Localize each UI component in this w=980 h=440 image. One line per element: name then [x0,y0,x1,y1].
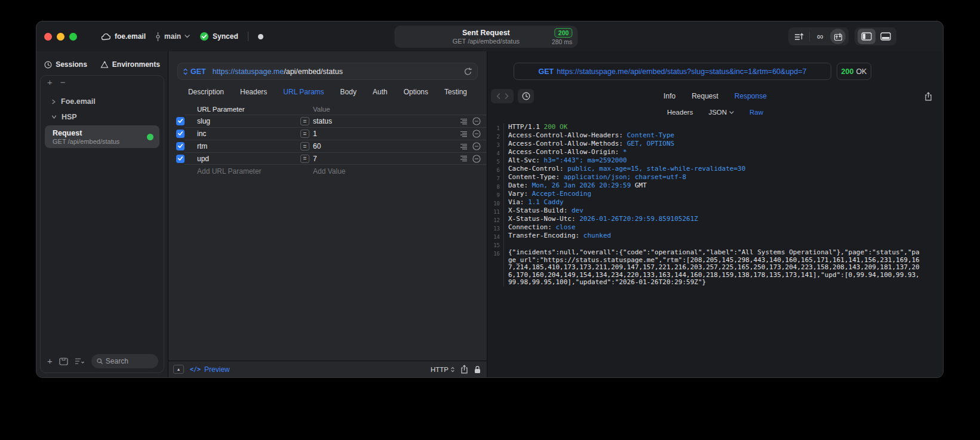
param-value[interactable]: 60 [313,142,460,150]
history-button[interactable] [518,89,534,103]
drag-handle-icon[interactable] [460,131,468,137]
tab-url-params[interactable]: URL Params [283,88,324,96]
param-checkbox[interactable] [176,155,185,163]
param-checkbox[interactable] [176,142,185,150]
tab-info[interactable]: Info [663,92,675,100]
export-lines-button[interactable] [791,29,807,44]
param-name[interactable]: upd [197,155,300,163]
param-value[interactable]: status [313,117,460,125]
bottom-panel-icon [880,32,891,41]
cloud-account[interactable]: foe.email [101,32,146,41]
sync-loop-button[interactable]: ∞ [812,29,828,44]
search-input[interactable] [106,357,153,365]
tab-environments[interactable]: Environments [100,60,160,69]
sync-status[interactable]: Synced [199,32,238,41]
request-url-bar[interactable]: GET https://statuspage.me/api/embed/stat… [177,63,478,80]
history-clock-icon [522,92,530,100]
protocol-selector[interactable]: HTTP [431,366,454,373]
request-list-item-selected[interactable]: Request GET /api/embed/status [45,125,159,148]
add-session-button[interactable]: + [47,79,53,86]
code-line: 8Date: Mon, 26 Jan 2026 20:29:59 GMT [487,182,943,190]
request-method[interactable]: GET [191,67,206,76]
back-icon[interactable] [496,93,500,99]
tab-body[interactable]: Body [340,88,357,96]
tab-headers[interactable]: Headers [240,88,267,96]
share-response-button[interactable] [924,92,932,101]
remove-param-icon[interactable] [472,142,481,150]
table-header: URL Parameter Value [168,104,487,115]
response-request-line[interactable]: GET https://statuspage.me/api/embed/stat… [514,63,831,80]
equals-icon: = [300,142,309,150]
reload-button[interactable] [464,67,472,76]
request-summary-pill[interactable]: Sent Request GET /api/embed/status 200 2… [394,26,577,48]
response-viewer: GET https://statuspage.me/api/embed/stat… [487,51,943,377]
sort-filter-icon[interactable] [75,358,85,365]
branch-selector[interactable]: main [155,32,190,41]
subtab-headers[interactable]: Headers [667,109,693,116]
tree-item-foe-email[interactable]: Foe.email [45,94,159,109]
param-row: inc = 1 [168,127,487,140]
tab-options[interactable]: Options [404,88,428,96]
param-name[interactable]: slug [197,117,300,125]
param-name[interactable]: inc [197,130,300,138]
code-icon: </> [190,366,201,373]
response-status-badge: 200 OK [837,63,871,80]
summary-title: Sent Request [453,29,520,37]
preview-button[interactable]: </> Preview [190,365,230,374]
remove-param-icon[interactable] [472,130,481,138]
remove-session-button[interactable]: − [60,79,66,86]
toggle-left-sidebar-button[interactable] [858,29,875,44]
share-request-button[interactable] [460,365,468,374]
code-line: 3Access-Control-Allow-Methods: GET, OPTI… [487,140,943,149]
sync-label: Synced [213,32,238,41]
tab-sessions[interactable]: Sessions [44,60,87,69]
param-value[interactable]: 1 [313,130,460,138]
sessions-panel: + − Foe.email [40,75,164,373]
reload-icon [464,67,472,76]
expand-console-button[interactable]: ▲ [173,365,184,374]
request-url[interactable]: https://statuspage.me/api/embed/status [213,67,343,76]
close-window-button[interactable] [44,33,52,41]
subtab-raw[interactable]: Raw [749,109,763,116]
code-line: 11X-Status-Build: dev [487,207,943,216]
tab-auth[interactable]: Auth [373,88,388,96]
code-line: 13Connection: close [487,224,943,232]
response-nav: Info Request Response [487,89,943,103]
param-checkbox[interactable] [176,130,185,138]
archive-box-icon[interactable] [59,358,68,365]
tab-request[interactable]: Request [692,92,718,100]
param-name[interactable]: rtm [197,142,300,150]
new-request-button[interactable]: + [47,358,53,365]
lock-button[interactable] [474,365,481,374]
add-value-placeholder[interactable]: Add Value [313,167,346,176]
sync-loop-icon: ∞ [817,33,824,39]
remove-param-icon[interactable] [472,155,481,163]
minimize-window-button[interactable] [57,33,64,41]
remove-param-icon[interactable] [472,117,481,125]
subtab-json[interactable]: JSON [708,109,734,116]
param-checkbox[interactable] [176,117,185,125]
drag-handle-icon[interactable] [460,155,468,162]
sidebar-search[interactable] [91,354,158,368]
tree-item-hsp[interactable]: HSP [45,109,159,125]
toggle-bottom-panel-button[interactable] [878,29,893,44]
synced-check-icon [199,32,209,41]
sort-lines-up-icon [794,32,804,41]
drag-handle-icon[interactable] [460,143,468,150]
tab-testing[interactable]: Testing [444,88,467,96]
request-editor: GET https://statuspage.me/api/embed/stat… [168,51,487,377]
add-parameter-placeholder[interactable]: Add URL Parameter [197,167,300,176]
titlebar-divider [248,32,248,41]
forward-icon[interactable] [505,93,509,99]
param-value[interactable]: 7 [313,155,460,163]
response-url: https://statuspage.me/api/embed/status?s… [557,67,806,76]
tab-description[interactable]: Description [188,88,224,96]
window-sync-button[interactable] [830,29,846,44]
tab-response[interactable]: Response [735,92,767,100]
method-stepper-icon[interactable] [183,68,188,75]
equals-icon: = [300,155,309,163]
zoom-window-button[interactable] [69,33,77,41]
drag-handle-icon[interactable] [460,118,468,125]
chevron-down-icon [185,35,190,38]
param-row: upd = 7 [168,152,487,165]
